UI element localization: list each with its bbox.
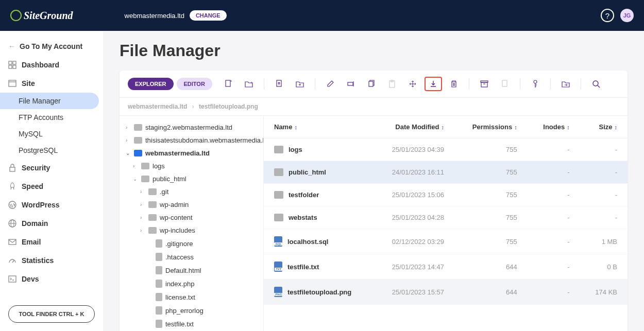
tree-item-label: php_errorlog xyxy=(165,307,204,315)
sidebar-item-devs[interactable]: Devs xyxy=(0,270,103,288)
tool-finder-button[interactable]: TOOL FINDER CTRL + K xyxy=(8,305,95,323)
svg-line-32 xyxy=(598,85,600,88)
sidebar-item-email[interactable]: Email xyxy=(0,233,103,251)
svg-point-31 xyxy=(593,81,598,86)
tree-folder-item[interactable]: ⌄webmastermedia.ltd xyxy=(124,147,259,160)
sidebar-item-security[interactable]: Security xyxy=(0,159,103,177)
download-icon[interactable] xyxy=(425,77,442,91)
svg-text:+: + xyxy=(250,80,253,85)
file-icon xyxy=(156,280,162,288)
svg-rect-23 xyxy=(481,82,487,87)
search-icon[interactable] xyxy=(587,77,605,91)
tab-explorer[interactable]: EXPLORER xyxy=(128,78,174,90)
sidebar-item-speed[interactable]: Speed xyxy=(0,177,103,196)
tree-file-item[interactable]: index.php xyxy=(124,277,259,290)
sidebar-item-dashboard[interactable]: Dashboard xyxy=(0,56,103,74)
tree-folder-item[interactable]: ›.git xyxy=(124,185,259,198)
tree-file-item[interactable]: Default.html xyxy=(124,264,259,277)
goto-folder-icon[interactable] xyxy=(557,77,574,91)
column-size[interactable]: Size↕ xyxy=(580,116,628,138)
window-icon xyxy=(8,79,16,88)
lock-icon xyxy=(8,164,16,172)
tree-folder-item[interactable]: ›wp-admin xyxy=(124,198,259,211)
tree-item-label: wp-admin xyxy=(160,201,189,208)
chevron-right-icon: › xyxy=(133,163,138,169)
file-name: public_html xyxy=(289,168,326,176)
file-table: Name↕ Date Modified↕ Permissions↕ Inodes… xyxy=(264,116,628,305)
tree-item-label: .git xyxy=(160,188,168,196)
breadcrumb: webmastermedia.ltd › testfiletoupload.pn… xyxy=(120,98,628,116)
permissions-icon[interactable] xyxy=(527,77,544,91)
chevron-right-icon: › xyxy=(192,103,194,110)
folder-icon xyxy=(141,176,149,182)
tree-item-label: license.txt xyxy=(165,293,195,301)
chevron-right-icon: › xyxy=(126,125,131,130)
tree-file-item[interactable]: license.txt xyxy=(124,290,259,304)
tree-folder-item[interactable]: ›staging2.webmastermedia.ltd xyxy=(124,121,259,134)
column-perms[interactable]: Permissions↕ xyxy=(454,116,528,138)
new-file-icon[interactable]: + xyxy=(219,77,237,91)
arrow-left-icon: ← xyxy=(8,42,15,50)
help-icon[interactable]: ? xyxy=(601,9,614,22)
table-row[interactable]: webstats25/01/2023 04:28755-- xyxy=(264,206,628,229)
svg-rect-0 xyxy=(9,61,12,64)
tree-file-item[interactable]: .gitignore xyxy=(124,237,259,250)
sidebar-item-statistics[interactable]: Statistics xyxy=(0,251,103,270)
file-name: localhost.sql xyxy=(287,238,328,246)
new-folder-icon[interactable]: + xyxy=(240,77,258,91)
cell-size: - xyxy=(580,206,628,229)
copy-icon[interactable] xyxy=(363,77,380,91)
svg-rect-13 xyxy=(9,276,16,282)
table-row[interactable]: public_html24/01/2023 16:11755-- xyxy=(264,161,628,184)
page-title: File Manager xyxy=(120,41,628,60)
move-icon[interactable] xyxy=(404,77,421,91)
upload-file-icon[interactable] xyxy=(270,77,288,91)
table-row[interactable]: logs25/01/2023 04:39755-- xyxy=(264,138,628,161)
sidebar-item-ftp-accounts[interactable]: FTP Accounts xyxy=(0,109,103,126)
table-row[interactable]: .TXTtestfile.txt25/01/2023 14:47644-0 B xyxy=(264,254,628,280)
table-row[interactable]: .PNGtestfiletoupload.png25/01/2023 15:57… xyxy=(264,280,628,305)
tree-folder-item[interactable]: ›thisisatestsubdomain.webmastermedia.ltd xyxy=(124,134,259,147)
tree-folder-item[interactable]: ›wp-content xyxy=(124,211,259,224)
upload-folder-icon[interactable] xyxy=(291,77,309,91)
folder-icon xyxy=(134,124,142,131)
archive-icon[interactable] xyxy=(476,77,493,91)
sidebar-item-domain[interactable]: Domain xyxy=(0,214,103,233)
svg-rect-11 xyxy=(9,239,16,245)
column-name[interactable]: Name↕ xyxy=(264,116,373,138)
cell-date: 25/01/2023 15:57 xyxy=(373,280,454,305)
sidebar-item-site[interactable]: Site xyxy=(0,74,103,93)
tree-file-item[interactable]: testfile.txt xyxy=(124,317,259,330)
sidebar-item-mysql[interactable]: MySQL xyxy=(0,126,103,142)
column-date[interactable]: Date Modified↕ xyxy=(373,116,454,138)
cell-perms: 755 xyxy=(454,206,528,229)
svg-rect-24 xyxy=(481,81,488,82)
table-row[interactable]: .SQLlocalhost.sql02/12/2022 03:29755-1 M… xyxy=(264,229,628,254)
table-row[interactable]: testfolder25/01/2023 15:06755-- xyxy=(264,184,628,206)
sort-icon: ↕ xyxy=(294,124,297,130)
tree-folder-item[interactable]: ›logs xyxy=(124,160,259,172)
crumb-item[interactable]: webmastermedia.ltd xyxy=(128,103,187,110)
tree-file-item[interactable]: php_errorlog xyxy=(124,304,259,317)
sidebar-item-wordpress[interactable]: WordPress xyxy=(0,196,103,214)
file-icon: .SQL xyxy=(274,236,282,247)
avatar[interactable]: JG xyxy=(620,9,634,22)
tree-folder-item[interactable]: ⌄public_html xyxy=(124,172,259,185)
tab-editor[interactable]: EDITOR xyxy=(177,78,212,90)
rename-icon[interactable] xyxy=(342,77,360,91)
cell-size: 0 B xyxy=(580,254,628,280)
back-to-account-link[interactable]: ← Go To My Account xyxy=(0,37,103,56)
edit-icon[interactable] xyxy=(321,77,339,91)
tree-folder-item[interactable]: ›wp-includes xyxy=(124,224,259,237)
cell-size: 174 KB xyxy=(580,280,628,305)
column-inodes[interactable]: Inodes↕ xyxy=(528,116,580,138)
cell-date: 24/01/2023 16:11 xyxy=(373,161,454,184)
sidebar-item-postgresql[interactable]: PostgreSQL xyxy=(0,142,103,159)
delete-icon[interactable] xyxy=(445,77,463,91)
tree-file-item[interactable]: .htaccess xyxy=(124,250,259,264)
crumb-item[interactable]: testfiletoupload.png xyxy=(199,103,258,110)
cell-date: 25/01/2023 14:47 xyxy=(373,254,454,280)
change-site-button[interactable]: CHANGE xyxy=(190,10,227,21)
sidebar-item-file-manager[interactable]: File Manager xyxy=(0,93,99,109)
logo[interactable]: SiteGround xyxy=(10,10,73,22)
